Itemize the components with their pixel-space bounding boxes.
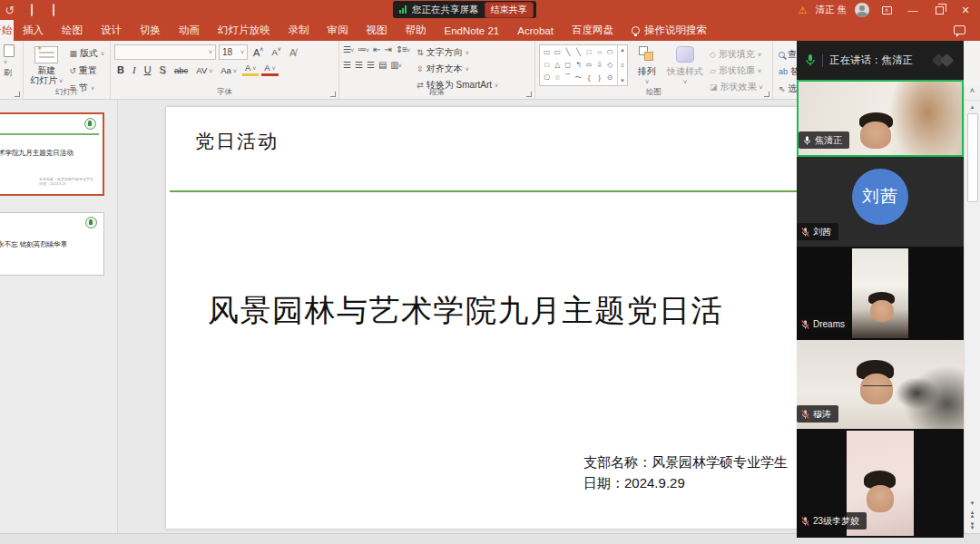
account-name: 清正 焦 — [816, 4, 847, 16]
tab-review[interactable]: 审阅 — [318, 20, 358, 41]
tab-baidu-netdisk[interactable]: 百度网盘 — [563, 20, 622, 41]
slide-thumbnail-panel: 与艺术学院九月主题党日活动 支部名称：风景园林学硕专业学生 日期：2024.9.… — [0, 100, 118, 533]
undo-icon[interactable]: ↺ — [4, 4, 16, 17]
collapse-ribbon-icon[interactable]: ˄ — [965, 86, 980, 101]
scroll-down-arrow[interactable]: ▼ — [970, 500, 975, 506]
participant-name-tag: 穆涛 — [797, 405, 838, 423]
stop-share-button[interactable]: 结束共享 — [485, 2, 534, 18]
paste-dropdown[interactable]: ˅ — [4, 59, 7, 65]
tab-slideshow[interactable]: 幻灯片放映 — [209, 20, 279, 41]
tab-view[interactable]: 视图 — [358, 20, 397, 41]
titlebar: ↺ 您正在共享屏幕 结束共享 ⚠ 清正 焦 ˄ — ✕ — [0, 0, 980, 20]
paragraph-group: ☰˅ ≔˅ ⇤ ⇥ ⇕≡˅ ☰ ☰ ☰ ▤ ▥˅ ⇅文字方向˅ ⇳对齐文本˅ ⇄… — [339, 41, 535, 99]
line-spacing-button[interactable]: ⇕≡˅ — [396, 44, 409, 54]
tab-design[interactable]: 设计 — [92, 20, 131, 41]
character-spacing-button[interactable]: AV ˅ — [193, 65, 215, 75]
clipboard-dialog-launcher[interactable] — [15, 92, 20, 97]
underline-button[interactable]: U — [142, 64, 154, 75]
participant-name-tag: 焦清正 — [799, 131, 849, 149]
columns-button[interactable]: ▥˅ — [390, 60, 401, 70]
comments-icon[interactable] — [954, 25, 965, 34]
account-avatar[interactable] — [855, 3, 869, 17]
tell-me-search[interactable]: 操作说明搜索 — [622, 20, 716, 41]
highlight-color-button[interactable]: A ˅ — [242, 63, 259, 76]
slide-thumbnail-2[interactable]: 耻永不忘 铭刻英烈续华章 — [0, 212, 104, 276]
italic-button[interactable]: I — [130, 64, 139, 75]
minimize-button[interactable]: — — [904, 0, 922, 20]
slide-meta-text[interactable]: 支部名称：风景园林学硕专业学生 日期：2024.9.29 — [583, 452, 788, 493]
slide-header-text[interactable]: 党日活动 — [195, 129, 279, 154]
shape-fill-button[interactable]: ◇形状填充˅ — [708, 47, 765, 62]
strikethrough-button[interactable]: abc — [172, 65, 191, 75]
text-direction-button[interactable]: ⇅文字方向˅ — [415, 45, 500, 60]
tab-transitions[interactable]: 切换 — [131, 20, 170, 41]
screen-share-badge: 您正在共享屏幕 结束共享 — [393, 1, 536, 18]
scroll-up-arrow[interactable]: ▲ — [965, 101, 980, 112]
layout-button[interactable]: ▦版式˅ — [67, 46, 106, 61]
tab-record[interactable]: 录制 — [279, 20, 318, 41]
tab-draw[interactable]: 绘图 — [53, 20, 92, 41]
increase-indent-button[interactable]: ⇥ — [385, 44, 391, 54]
participant-tile-mutao[interactable]: 穆涛 — [797, 340, 964, 431]
slide-main-title[interactable]: 风景园林与艺术学院九月主题党日活 — [208, 290, 723, 332]
scrollbar-thumb[interactable] — [967, 113, 978, 202]
numbering-button[interactable]: ≔˅ — [358, 44, 368, 54]
participant-tile-jiaoqingzheng[interactable]: 焦清正 — [797, 80, 964, 157]
align-center-button[interactable]: ☰ — [355, 60, 362, 70]
school-logo-icon — [84, 118, 96, 130]
align-right-button[interactable]: ☰ — [367, 60, 374, 70]
decrease-indent-button[interactable]: ⇤ — [373, 44, 379, 54]
speaking-now-label: 正在讲话：焦清正 — [829, 53, 926, 67]
mic-muted-icon — [801, 409, 809, 420]
tab-animations[interactable]: 动画 — [170, 20, 209, 41]
font-group: ˅ 18˅ A˄ A˅ A̸ B I U S abc AV ˅ Aa ˅ A ˅… — [111, 41, 339, 99]
slide-icon[interactable] — [47, 5, 60, 15]
lightbulb-icon — [632, 26, 640, 34]
quick-styles-button[interactable]: 快速样式 ˅ — [668, 44, 702, 85]
shapes-gallery[interactable]: ▭▭╲╲□○⬭ □△◻↰⇨⇩◇ ⬠☆⌒〜{}⊙ ▲≡▼ — [539, 44, 628, 86]
shapes-scrollbar[interactable]: ▲≡▼ — [617, 45, 627, 85]
font-size-combobox[interactable]: 18˅ — [219, 44, 248, 60]
bullets-button[interactable]: ☰˅ — [343, 44, 353, 54]
participant-tile-limengjiao[interactable]: 23级李梦姣 — [797, 431, 964, 538]
tab-acrobat[interactable]: Acrobat — [508, 20, 563, 41]
previous-slide-button[interactable]: ▲▲ — [970, 510, 975, 518]
new-slide-icon — [34, 46, 58, 63]
align-text-button[interactable]: ⇳对齐文本˅ — [415, 62, 500, 76]
align-left-button[interactable]: ☰ — [343, 60, 350, 70]
slides-group-label: 幻灯片 — [24, 87, 110, 98]
bold-button[interactable]: B — [114, 64, 127, 75]
new-slide-button[interactable]: 新建 幻灯片 ˅ — [27, 44, 65, 86]
change-case-button[interactable]: Aa ˅ — [218, 65, 240, 75]
tab-insert[interactable]: 插入 — [14, 20, 53, 41]
meeting-video-panel: 正在讲话：焦清正 焦清正 刘茜 — [797, 41, 964, 538]
slide-thumbnail-1[interactable]: 与艺术学院九月主题党日活动 支部名称：风景园林学硕专业学生 日期：2024.9.… — [0, 112, 104, 196]
close-button[interactable]: ✕ — [956, 0, 975, 20]
reset-button[interactable]: ↺重置 — [67, 63, 106, 78]
grow-font-button[interactable]: A˄ — [250, 46, 266, 58]
ribbon-display-options-button[interactable]: ˄ — [877, 0, 896, 20]
font-dialog-launcher[interactable] — [330, 92, 336, 97]
drawing-dialog-launcher[interactable] — [764, 92, 769, 97]
paste-icon[interactable] — [4, 44, 15, 57]
format-painter-label[interactable]: 刷 — [4, 67, 12, 79]
tab-help[interactable]: 帮助 — [397, 20, 436, 41]
ribbon-tab-row: 开始 插入 绘图 设计 切换 动画 幻灯片放映 录制 审阅 视图 帮助 EndN… — [0, 20, 980, 41]
paragraph-dialog-launcher[interactable] — [526, 92, 532, 97]
shrink-font-button[interactable]: A˅ — [269, 46, 283, 57]
participant-tile-dreams[interactable]: Dreams — [797, 248, 964, 340]
arrange-button[interactable]: 排列 ˅ — [630, 44, 664, 85]
shape-outline-button[interactable]: ▱形状轮廓˅ — [708, 63, 765, 78]
font-color-button[interactable]: A ˅ — [261, 63, 278, 76]
customize-icon[interactable] — [25, 5, 38, 15]
next-slide-button[interactable]: ▼▼ — [970, 522, 975, 529]
text-shadow-button[interactable]: S — [157, 64, 169, 75]
restore-button[interactable] — [930, 0, 948, 20]
font-name-combobox[interactable]: ˅ — [114, 44, 216, 60]
titlebar-right: ⚠ 清正 焦 ˄ — ✕ — [799, 0, 975, 20]
clear-formatting-button[interactable]: A̸ — [287, 47, 299, 58]
tab-home[interactable]: 开始 — [0, 20, 14, 41]
tab-endnote[interactable]: EndNote 21 — [436, 20, 509, 41]
justify-button[interactable]: ▤ — [378, 60, 386, 70]
participant-tile-liuqian[interactable]: 刘茜 刘茜 — [797, 157, 964, 248]
